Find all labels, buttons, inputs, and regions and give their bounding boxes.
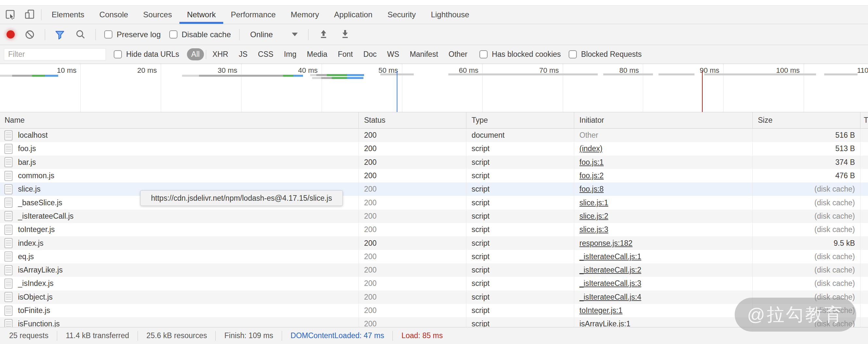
tab-performance[interactable]: Performance: [223, 5, 283, 24]
type-filter-js[interactable]: JS: [234, 48, 252, 60]
column-header-size[interactable]: Size: [753, 112, 861, 128]
load-event-line: [702, 71, 703, 112]
filter-toggle-icon[interactable]: [54, 28, 66, 41]
toolbar-divider-1: [45, 29, 45, 40]
import-har-icon[interactable]: [317, 28, 330, 41]
checkbox-box[interactable]: [114, 50, 122, 59]
export-har-icon[interactable]: [339, 28, 352, 41]
request-initiator[interactable]: _isIterateeCall.js:1: [580, 252, 641, 261]
device-toolbar-icon[interactable]: [24, 8, 37, 21]
request-initiator[interactable]: slice.js:1: [580, 199, 608, 207]
type-filter-img[interactable]: Img: [280, 48, 301, 60]
checkbox-box[interactable]: [479, 50, 488, 59]
table-row-slice.js[interactable]: slice.js 200 script foo.js:8 (disk cache…: [0, 182, 868, 196]
request-name: toFinite.js: [18, 306, 50, 315]
request-initiator[interactable]: isArrayLike.js:1: [580, 319, 630, 327]
table-row-toInteger.js[interactable]: toInteger.js 200 script slice.js:3 (disk…: [0, 223, 868, 236]
checkbox-box[interactable]: [569, 50, 577, 59]
request-type: document: [466, 129, 574, 142]
tab-console[interactable]: Console: [92, 5, 135, 24]
request-time: [861, 182, 868, 196]
request-initiator[interactable]: foo.js:8: [580, 185, 603, 194]
request-initiator[interactable]: _isIterateeCall.js:3: [580, 279, 641, 288]
request-initiator[interactable]: foo.js:2: [580, 171, 603, 180]
type-filter-manifest[interactable]: Manifest: [406, 48, 442, 60]
request-initiator[interactable]: _isIterateeCall.js:4: [580, 293, 641, 302]
table-row-localhost[interactable]: localhost 200 document Other 516 B: [0, 129, 868, 142]
table-row-index.js[interactable]: index.js 200 script response.js:182 9.5 …: [0, 236, 868, 250]
request-time: [861, 210, 868, 223]
request-type: script: [466, 169, 574, 182]
type-filter-css[interactable]: CSS: [254, 48, 277, 60]
request-initiator[interactable]: _isIterateeCall.js:2: [580, 266, 641, 274]
tab-sources[interactable]: Sources: [135, 5, 179, 24]
has-blocked-cookies-checkbox[interactable]: Has blocked cookies: [479, 50, 561, 59]
request-initiator: Other: [580, 131, 598, 140]
filter-input[interactable]: [4, 48, 106, 60]
request-type: script: [466, 277, 574, 290]
inspect-element-icon[interactable]: [4, 8, 17, 21]
overview-timeline[interactable]: 10 ms20 ms30 ms40 ms50 ms60 ms70 ms80 ms…: [0, 64, 868, 112]
type-filter-ws[interactable]: WS: [383, 48, 404, 60]
timeline-gridline: [321, 64, 322, 112]
network-toolbar: Preserve log Disable cache Online: [0, 24, 868, 45]
request-initiator[interactable]: foo.js:1: [580, 158, 603, 167]
tab-lighthouse[interactable]: Lighthouse: [423, 5, 476, 24]
blocked-requests-checkbox[interactable]: Blocked Requests: [569, 50, 642, 59]
status-bar: 25 requests11.4 kB transferred25.6 kB re…: [0, 327, 868, 344]
hide-data-urls-checkbox[interactable]: Hide data URLs: [114, 50, 179, 59]
tab-elements[interactable]: Elements: [44, 5, 92, 24]
table-row-foo.js[interactable]: foo.js 200 script (index) 513 B: [0, 142, 868, 156]
column-header-name[interactable]: Name: [0, 112, 359, 128]
disable-cache-label: Disable cache: [182, 30, 231, 39]
column-header-initiator[interactable]: Initiator: [574, 112, 753, 128]
table-row-bar.js[interactable]: bar.js 200 script foo.js:1 374 B: [0, 156, 868, 169]
statusbar-load[interactable]: Load: 85 ms: [393, 331, 451, 340]
checkbox-box[interactable]: [104, 30, 113, 38]
table-row-_isIndex.js[interactable]: _isIndex.js 200 script _isIterateeCall.j…: [0, 277, 868, 290]
request-status: 200: [359, 156, 466, 169]
request-initiator[interactable]: response.js:182: [580, 239, 632, 248]
table-row-eq.js[interactable]: eq.js 200 script _isIterateeCall.js:1 (d…: [0, 250, 868, 263]
request-initiator[interactable]: slice.js:3: [580, 225, 608, 234]
document-icon: [4, 211, 13, 221]
document-icon: [4, 251, 13, 262]
request-status: 200: [359, 317, 466, 327]
type-filter-media[interactable]: Media: [303, 48, 332, 60]
table-row-isArrayLike.js[interactable]: isArrayLike.js 200 script _isIterateeCal…: [0, 263, 868, 277]
type-filter-doc[interactable]: Doc: [359, 48, 381, 60]
timeline-gridline: [161, 64, 161, 112]
type-filter-font[interactable]: Font: [334, 48, 357, 60]
clear-button[interactable]: [23, 28, 36, 41]
tab-network[interactable]: Network: [179, 5, 223, 24]
request-type: script: [466, 223, 574, 236]
request-name: bar.js: [18, 158, 36, 167]
request-status: 200: [359, 223, 466, 236]
table-row-isObject.js[interactable]: isObject.js 200 script _isIterateeCall.j…: [0, 290, 868, 304]
type-filter-xhr[interactable]: XHR: [208, 48, 233, 60]
request-size: (disk cache): [753, 263, 861, 277]
search-icon[interactable]: [74, 28, 87, 41]
table-row-common.js[interactable]: common.js 200 script foo.js:2 476 B: [0, 169, 868, 182]
table-row-_baseSlice.js[interactable]: _baseSlice.js 200 script slice.js:1 (dis…: [0, 196, 868, 209]
column-header-time[interactable]: Time: [861, 112, 868, 128]
tab-memory[interactable]: Memory: [283, 5, 327, 24]
tab-security[interactable]: Security: [380, 5, 424, 24]
request-initiator[interactable]: (index): [580, 144, 602, 153]
record-button[interactable]: [6, 30, 15, 38]
type-filter-all[interactable]: All: [187, 48, 204, 60]
disable-cache-checkbox[interactable]: Disable cache: [169, 30, 231, 39]
request-time: [861, 317, 868, 327]
tab-application[interactable]: Application: [327, 5, 380, 24]
request-initiator[interactable]: slice.js:2: [580, 212, 608, 220]
statusbar-domcontentloaded[interactable]: DOMContentLoaded: 47 ms: [282, 331, 393, 340]
column-header-type[interactable]: Type: [466, 112, 574, 128]
request-time: [861, 223, 868, 236]
preserve-log-checkbox[interactable]: Preserve log: [104, 30, 161, 39]
column-header-status[interactable]: Status: [359, 112, 466, 128]
checkbox-box[interactable]: [169, 30, 178, 38]
table-row-_isIterateeCall.js[interactable]: _isIterateeCall.js 200 script slice.js:2…: [0, 210, 868, 223]
request-initiator[interactable]: toInteger.js:1: [580, 306, 623, 315]
throttling-select[interactable]: Online: [248, 30, 299, 39]
type-filter-other[interactable]: Other: [444, 48, 472, 60]
